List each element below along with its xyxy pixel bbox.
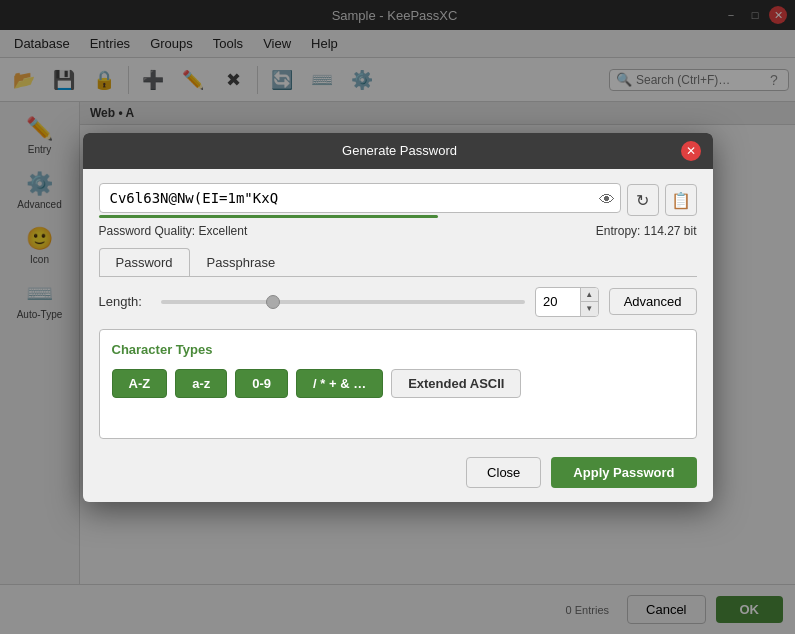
toggle-visibility-button[interactable]: 👁 [599, 191, 615, 209]
tab-passphrase[interactable]: Passphrase [190, 248, 293, 276]
password-strength-bar [99, 215, 438, 218]
char-types-heading: Character Types [112, 342, 684, 357]
char-types-section: Character Types A-Z a-z 0-9 / * + & … Ex… [99, 329, 697, 439]
char-btn-extended-ascii[interactable]: Extended ASCII [391, 369, 521, 398]
entropy-label: Entropy: 114.27 bit [596, 224, 697, 238]
tabs-row: Password Passphrase [99, 248, 697, 277]
quality-row: Password Quality: Excellent Entropy: 114… [99, 224, 697, 238]
tab-password[interactable]: Password [99, 248, 190, 276]
length-spinbox: ▲ ▼ [535, 287, 599, 317]
spinbox-arrows: ▲ ▼ [580, 288, 598, 316]
length-input[interactable] [536, 288, 580, 316]
spinbox-up-button[interactable]: ▲ [580, 288, 598, 302]
modal-footer: Close Apply Password [99, 453, 697, 488]
length-row: Length: ▲ ▼ Advanced [99, 287, 697, 317]
length-slider[interactable] [161, 300, 525, 304]
modal-body: 👁 ↻ 📋 Password Quality: Excellent Entrop… [83, 169, 713, 502]
password-field[interactable] [99, 183, 621, 213]
char-btn-uppercase[interactable]: A-Z [112, 369, 168, 398]
modal-titlebar: Generate Password ✕ [83, 133, 713, 169]
close-dialog-button[interactable]: Close [466, 457, 541, 488]
char-buttons-row: A-Z a-z 0-9 / * + & … Extended ASCII [112, 369, 684, 398]
char-btn-digits[interactable]: 0-9 [235, 369, 288, 398]
copy-button[interactable]: 📋 [665, 184, 697, 216]
generate-password-modal: Generate Password ✕ 👁 ↻ 📋 Password Quali… [83, 133, 713, 502]
char-btn-special[interactable]: / * + & … [296, 369, 383, 398]
modal-overlay: Generate Password ✕ 👁 ↻ 📋 Password Quali… [0, 0, 795, 634]
password-field-row: 👁 ↻ 📋 [99, 183, 697, 218]
length-label: Length: [99, 294, 151, 309]
advanced-button[interactable]: Advanced [609, 288, 697, 315]
regenerate-button[interactable]: ↻ [627, 184, 659, 216]
apply-password-button[interactable]: Apply Password [551, 457, 696, 488]
quality-label: Password Quality: Excellent [99, 224, 248, 238]
char-btn-lowercase[interactable]: a-z [175, 369, 227, 398]
spinbox-down-button[interactable]: ▼ [580, 302, 598, 316]
modal-close-icon-button[interactable]: ✕ [681, 141, 701, 161]
modal-title-text: Generate Password [342, 143, 457, 158]
password-input-wrap: 👁 [99, 183, 621, 218]
